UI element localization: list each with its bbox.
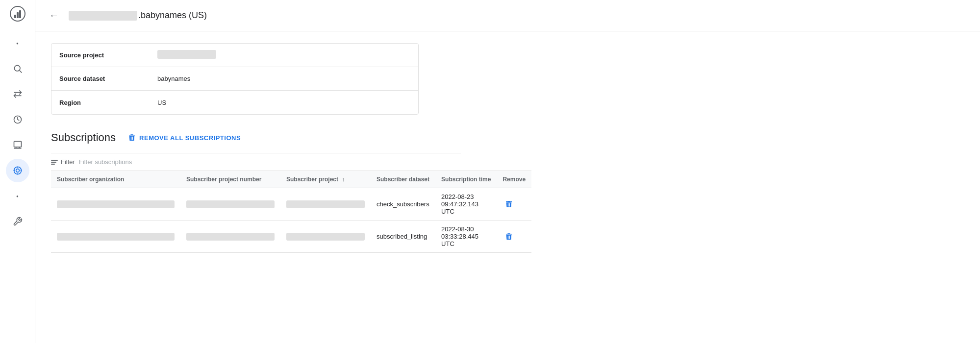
filter-row: Filter xyxy=(51,153,461,171)
sort-arrow-icon: ↑ xyxy=(342,176,345,182)
sidebar-item-dot1: ● xyxy=(6,31,29,55)
project-redacted-2 xyxy=(286,233,365,241)
cell-project-number-2 xyxy=(180,220,280,253)
svg-line-5 xyxy=(19,71,22,73)
source-project-value xyxy=(157,50,216,60)
source-project-label: Source project xyxy=(59,51,157,59)
title-text: .babynames (US) xyxy=(138,10,207,21)
source-project-redacted xyxy=(157,50,216,59)
filter-icon-group: Filter xyxy=(51,158,75,166)
cell-project-1 xyxy=(280,188,371,220)
sidebar: ● xyxy=(0,0,35,343)
remove-row-1-button[interactable] xyxy=(503,198,515,211)
org-redacted-1 xyxy=(57,200,175,208)
cell-time-1: 2022-08-23 09:47:32.143 UTC xyxy=(435,188,497,220)
sidebar-item-search[interactable] xyxy=(6,57,29,80)
project-number-redacted-1 xyxy=(186,200,275,208)
trash-icon xyxy=(127,133,136,142)
sidebar-item-transfer[interactable] xyxy=(6,82,29,106)
svg-rect-2 xyxy=(17,12,19,18)
sidebar-item-history[interactable] xyxy=(6,108,29,131)
col-header-project-number: Subscriber project number xyxy=(180,171,280,188)
page-title: .babynames (US) xyxy=(69,10,207,21)
filter-lines-icon xyxy=(51,160,58,165)
remove-row-2-button[interactable] xyxy=(503,230,515,243)
svg-point-13 xyxy=(14,167,21,174)
svg-rect-3 xyxy=(19,10,21,18)
project-redacted-1 xyxy=(286,200,365,208)
col-header-org: Subscriber organization xyxy=(51,171,180,188)
info-row-region: Region US xyxy=(51,91,418,114)
page-header: ← .babynames (US) xyxy=(35,0,980,31)
cell-org-1 xyxy=(51,188,180,220)
trash-row2-icon xyxy=(504,232,513,241)
subscriptions-table: Subscriber organization Subscriber proje… xyxy=(51,171,531,253)
sidebar-item-analytics[interactable] xyxy=(6,133,29,157)
info-table: Source project Source dataset babynames … xyxy=(51,43,419,115)
col-header-remove: Remove xyxy=(497,171,531,188)
filter-label: Filter xyxy=(61,158,75,166)
col-header-dataset: Subscriber dataset xyxy=(371,171,435,188)
source-dataset-label: Source dataset xyxy=(59,75,157,82)
svg-rect-9 xyxy=(14,142,21,147)
source-dataset-value: babynames xyxy=(157,75,190,82)
info-row-source-project: Source project xyxy=(51,44,418,67)
svg-point-14 xyxy=(16,169,19,172)
cell-project-number-1 xyxy=(180,188,280,220)
cell-project-2 xyxy=(280,220,371,253)
cell-org-2 xyxy=(51,220,180,253)
trash-row1-icon xyxy=(504,200,513,209)
cell-remove-1 xyxy=(497,188,531,220)
sidebar-item-wrench[interactable] xyxy=(6,210,29,233)
back-button[interactable]: ← xyxy=(47,8,61,23)
org-redacted-2 xyxy=(57,233,175,241)
cell-dataset-2: subscribed_listing xyxy=(371,220,435,253)
cell-time-2: 2022-08-30 03:33:28.445 UTC xyxy=(435,220,497,253)
project-number-redacted-2 xyxy=(186,233,275,241)
table-row: subscribed_listing 2022-08-30 03:33:28.4… xyxy=(51,220,531,253)
info-row-source-dataset: Source dataset babynames xyxy=(51,67,418,91)
region-value: US xyxy=(157,99,166,106)
col-header-project: Subscriber project ↑ xyxy=(280,171,371,188)
region-label: Region xyxy=(59,99,157,106)
table-header-row: Subscriber organization Subscriber proje… xyxy=(51,171,531,188)
content-area: Source project Source dataset babynames … xyxy=(35,31,477,265)
cell-dataset-1: check_subscribers xyxy=(371,188,435,220)
cell-remove-2 xyxy=(497,220,531,253)
svg-point-4 xyxy=(14,65,20,71)
title-redacted-part xyxy=(69,11,137,21)
sidebar-item-active[interactable] xyxy=(6,159,29,182)
remove-all-label: REMOVE ALL SUBSCRIPTIONS xyxy=(139,134,241,142)
app-logo xyxy=(8,4,27,24)
subscriptions-title: Subscriptions xyxy=(51,131,116,144)
svg-rect-1 xyxy=(14,15,16,18)
main-content: ← .babynames (US) Source project Source … xyxy=(35,0,980,343)
filter-input[interactable] xyxy=(79,158,461,166)
col-header-time: Subscription time xyxy=(435,171,497,188)
remove-all-subscriptions-button[interactable]: REMOVE ALL SUBSCRIPTIONS xyxy=(126,130,243,145)
sidebar-item-dot2: ● xyxy=(6,184,29,208)
table-row: check_subscribers 2022-08-23 09:47:32.14… xyxy=(51,188,531,220)
subscriptions-header: Subscriptions REMOVE ALL SUBSCRIPTIONS xyxy=(51,130,461,145)
